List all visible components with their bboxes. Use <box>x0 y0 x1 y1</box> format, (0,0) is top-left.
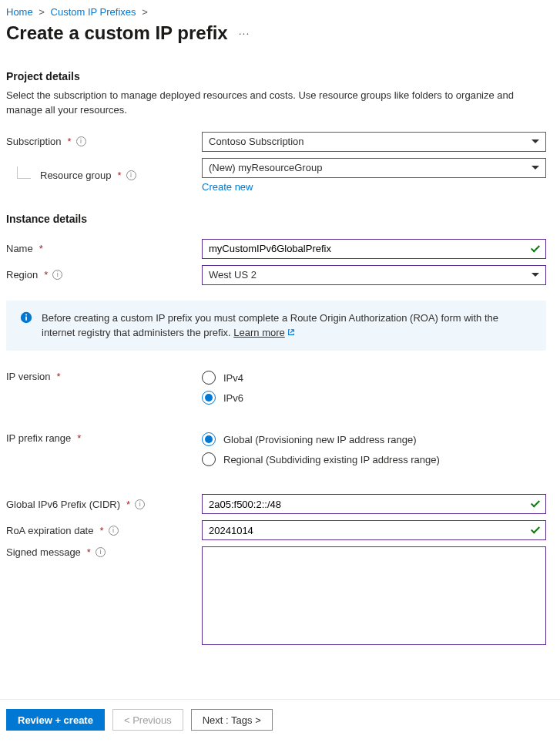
checkmark-icon <box>531 526 540 534</box>
section-instance-details: Instance details <box>6 213 546 225</box>
ip-version-radio-group: IPv4 IPv6 <box>202 371 546 405</box>
create-new-link[interactable]: Create new <box>202 181 546 193</box>
breadcrumb-custom-ip-prefixes[interactable]: Custom IP Prefixes <box>51 6 136 18</box>
checkmark-icon <box>531 500 540 508</box>
radio-ipv4[interactable]: IPv4 <box>202 371 546 385</box>
label-signed-message: Signed message* <box>6 546 202 558</box>
radio-icon <box>202 432 216 446</box>
info-icon[interactable] <box>96 547 106 557</box>
radio-global[interactable]: Global (Provisioning new IP address rang… <box>202 432 546 446</box>
chevron-right-icon: > <box>139 6 151 18</box>
breadcrumb-home[interactable]: Home <box>6 6 33 18</box>
next-button[interactable]: Next : Tags > <box>191 709 273 731</box>
info-icon[interactable] <box>52 270 62 280</box>
label-region: Region* <box>6 269 202 281</box>
info-alert: Before creating a custom IP prefix you m… <box>6 301 546 351</box>
project-details-desc: Select the subscription to manage deploy… <box>6 89 546 118</box>
label-resource-group: Resource group* <box>6 170 202 181</box>
chevron-down-icon <box>531 139 539 143</box>
info-circle-icon <box>20 311 32 324</box>
radio-icon <box>202 452 216 466</box>
label-roa-date: RoA expiration date* <box>6 525 202 536</box>
label-cidr: Global IPv6 Prefix (CIDR)* <box>6 499 202 510</box>
previous-button[interactable]: < Previous <box>112 709 183 731</box>
name-input[interactable] <box>202 239 546 259</box>
cidr-input[interactable] <box>202 494 546 514</box>
svg-rect-2 <box>25 316 27 321</box>
radio-regional[interactable]: Regional (Subdividing existing IP addres… <box>202 452 546 466</box>
tree-elbow-icon <box>17 166 31 179</box>
more-actions-icon[interactable]: ··· <box>239 27 250 39</box>
external-link-icon <box>287 328 295 336</box>
checkmark-icon <box>531 245 540 253</box>
page-title: Create a custom IP prefix ··· <box>6 22 546 44</box>
svg-point-1 <box>25 314 27 315</box>
wizard-footer: Review + create < Previous Next : Tags > <box>0 699 560 740</box>
roa-date-input[interactable] <box>202 520 546 540</box>
info-icon[interactable] <box>76 136 86 146</box>
section-project-details: Project details <box>6 70 546 82</box>
radio-ipv6[interactable]: IPv6 <box>202 391 546 405</box>
info-icon[interactable] <box>135 499 145 509</box>
region-select[interactable]: West US 2 <box>202 265 546 285</box>
info-icon[interactable] <box>126 170 136 180</box>
chevron-down-icon <box>531 166 539 170</box>
resource-group-select[interactable]: (New) myResourceGroup <box>202 158 546 178</box>
label-subscription: Subscription* <box>6 136 202 147</box>
radio-icon <box>202 371 216 385</box>
subscription-select[interactable]: Contoso Subscription <box>202 132 546 152</box>
label-ip-version: IP version* <box>6 371 202 382</box>
prefix-range-radio-group: Global (Provisioning new IP address rang… <box>202 432 546 466</box>
signed-message-textarea[interactable] <box>202 546 546 645</box>
chevron-down-icon <box>531 273 539 277</box>
label-ip-prefix-range: IP prefix range* <box>6 432 202 444</box>
chevron-right-icon: > <box>35 6 48 18</box>
review-create-button[interactable]: Review + create <box>6 709 105 731</box>
label-name: Name* <box>6 243 202 254</box>
breadcrumb: Home > Custom IP Prefixes > <box>6 6 546 18</box>
radio-icon <box>202 391 216 405</box>
learn-more-link[interactable]: Learn more <box>233 327 294 338</box>
info-icon[interactable] <box>109 526 119 536</box>
